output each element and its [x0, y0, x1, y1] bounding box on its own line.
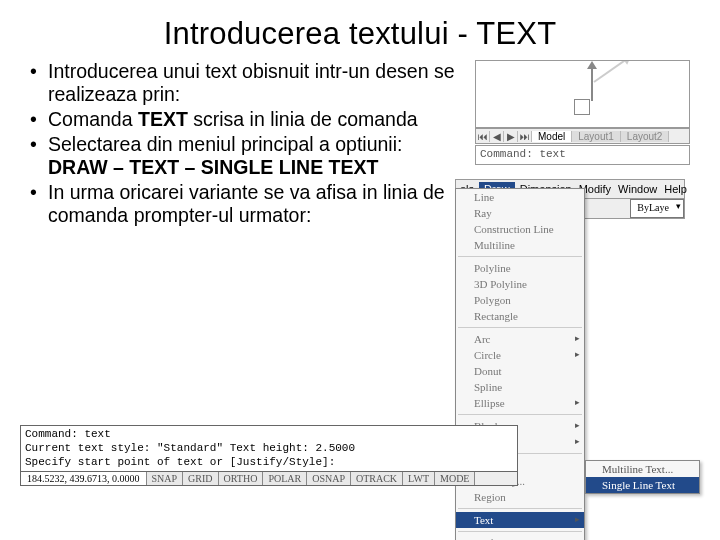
draw-menu[interactable]: LineRayConstruction LineMultilinePolylin… — [455, 188, 585, 540]
model-tab[interactable]: Layout1 — [572, 131, 621, 142]
menu-separator — [458, 531, 582, 532]
menu-separator — [458, 508, 582, 509]
draw-menu-item[interactable]: Ellipse — [456, 395, 584, 411]
status-toggle[interactable]: GRID — [183, 472, 218, 485]
draw-menu-item[interactable]: 3D Polyline — [456, 276, 584, 292]
status-toggle[interactable]: LWT — [403, 472, 435, 485]
command-window[interactable]: Command: textCurrent text style: "Standa… — [20, 425, 518, 472]
bullet-list: Introducerea unui text obisnuit intr-un … — [0, 60, 465, 229]
coord-readout: 184.5232, 439.6713, 0.0000 — [21, 472, 147, 485]
bullet-item: Selectarea din meniul principal a optiun… — [30, 133, 465, 179]
command-line: Specify start point of text or [Justify/… — [25, 456, 513, 470]
page-title: Introducerea textului - TEXT — [0, 0, 720, 60]
draw-menu-item[interactable]: Region — [456, 489, 584, 505]
model-tab[interactable]: Model — [532, 131, 572, 142]
status-toggle[interactable]: ORTHO — [219, 472, 264, 485]
bullet-item: In urma oricarei variante se va afisa in… — [30, 181, 465, 227]
model-tab[interactable]: Layout2 — [621, 131, 670, 142]
tab-vcr-button[interactable]: ▶ — [504, 131, 518, 142]
status-toggle[interactable]: MODE — [435, 472, 475, 485]
draw-menu-item[interactable]: Circle — [456, 347, 584, 363]
tab-vcr-button[interactable]: ◀ — [490, 131, 504, 142]
draw-menu-item[interactable]: Polygon — [456, 292, 584, 308]
text-submenu-item[interactable]: Multiline Text... — [586, 461, 699, 477]
draw-menu-item[interactable]: Text — [456, 512, 584, 528]
status-bar: 184.5232, 439.6713, 0.0000SNAPGRIDORTHOP… — [20, 472, 518, 486]
menu-window[interactable]: Window — [616, 182, 659, 196]
tab-vcr-button[interactable]: ⏮ — [476, 131, 490, 142]
text-submenu-item[interactable]: Single Line Text — [586, 477, 699, 493]
draw-menu-item[interactable]: Donut — [456, 363, 584, 379]
bylayer-dropdown[interactable]: ByLaye — [630, 199, 684, 218]
text-submenu[interactable]: Multiline Text...Single Line Text — [585, 460, 700, 494]
menu-separator — [458, 327, 582, 328]
draw-menu-item[interactable]: Spline — [456, 379, 584, 395]
status-toggle[interactable]: OSNAP — [307, 472, 351, 485]
cad-drawing-area — [475, 60, 690, 128]
menu-help[interactable]: Help — [662, 182, 689, 196]
status-toggle[interactable]: POLAR — [263, 472, 307, 485]
draw-menu-item[interactable]: Rectangle — [456, 308, 584, 324]
menu-separator — [458, 256, 582, 257]
status-toggle[interactable]: SNAP — [147, 472, 184, 485]
draw-menu-item[interactable]: Polyline — [456, 260, 584, 276]
draw-menu-item[interactable]: Surfaces — [456, 535, 584, 540]
menu-separator — [458, 414, 582, 415]
draw-menu-item[interactable]: Line — [456, 189, 584, 205]
command-line-small[interactable]: Command: text — [475, 145, 690, 165]
bullet-item: Comanda TEXT scrisa in linia de comanda — [30, 108, 465, 131]
command-line: Command: text — [25, 428, 513, 442]
draw-menu-item[interactable]: Ray — [456, 205, 584, 221]
status-toggle[interactable]: OTRACK — [351, 472, 403, 485]
model-tabs[interactable]: ⏮◀▶⏭ModelLayout1Layout2 — [475, 128, 690, 144]
command-line: Current text style: "Standard" Text heig… — [25, 442, 513, 456]
tab-vcr-button[interactable]: ⏭ — [518, 131, 532, 142]
draw-menu-item[interactable]: Multiline — [456, 237, 584, 253]
draw-menu-item[interactable]: Arc — [456, 331, 584, 347]
bullet-item: Introducerea unui text obisnuit intr-un … — [30, 60, 465, 106]
draw-menu-item[interactable]: Construction Line — [456, 221, 584, 237]
